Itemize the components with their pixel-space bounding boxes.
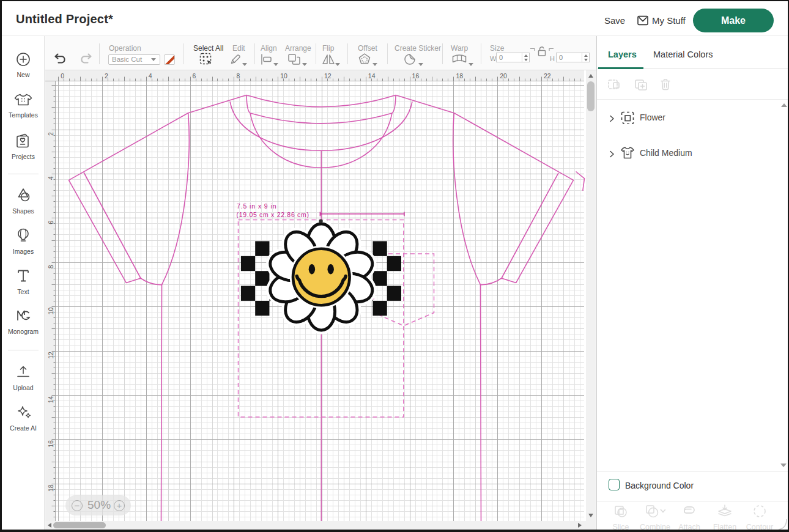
svg-text:22: 22 bbox=[544, 72, 551, 79]
svg-text:2: 2 bbox=[47, 132, 54, 136]
svg-text:10: 10 bbox=[280, 72, 287, 79]
svg-text:4: 4 bbox=[149, 72, 152, 79]
svg-text:12: 12 bbox=[324, 72, 332, 79]
svg-text:6: 6 bbox=[47, 221, 54, 224]
svg-text:(19.05 cm x 22.86 cm): (19.05 cm x 22.86 cm) bbox=[237, 211, 309, 218]
svg-text:16: 16 bbox=[412, 72, 420, 79]
svg-text:12: 12 bbox=[47, 352, 54, 359]
svg-text:14: 14 bbox=[368, 72, 376, 79]
svg-text:18: 18 bbox=[456, 72, 463, 79]
svg-text:20: 20 bbox=[500, 72, 507, 79]
svg-text:14: 14 bbox=[47, 396, 54, 403]
svg-text:4: 4 bbox=[47, 176, 54, 180]
svg-text:8: 8 bbox=[47, 265, 54, 268]
svg-text:2: 2 bbox=[105, 72, 108, 79]
svg-text:10: 10 bbox=[47, 308, 54, 315]
svg-text:16: 16 bbox=[47, 440, 54, 448]
svg-text:7.5 in x 9 in: 7.5 in x 9 in bbox=[237, 202, 276, 210]
svg-text:6: 6 bbox=[193, 72, 196, 79]
svg-text:0: 0 bbox=[61, 72, 64, 79]
svg-text:8: 8 bbox=[236, 72, 240, 79]
svg-text:18: 18 bbox=[47, 484, 54, 492]
